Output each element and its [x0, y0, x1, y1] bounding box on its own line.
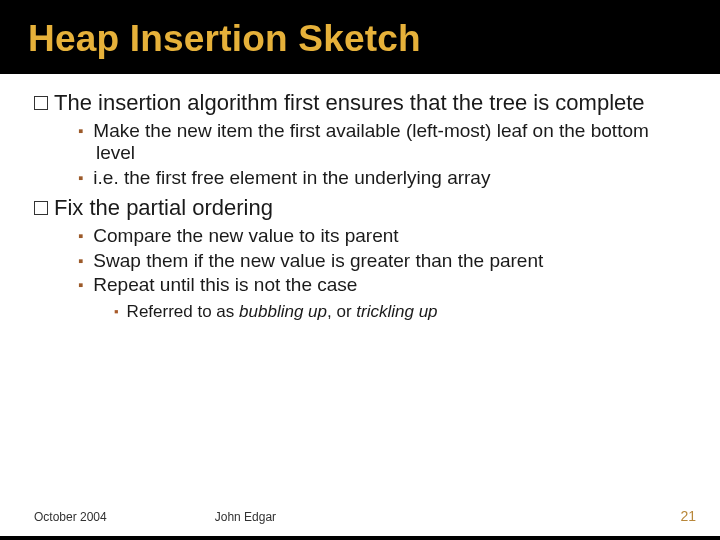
footer-date: October 2004 — [34, 510, 107, 524]
bullet-level1: Fix the partial ordering — [34, 195, 690, 221]
bullet-text: Swap them if the new value is greater th… — [93, 250, 543, 271]
square-bullet-icon — [34, 96, 48, 110]
bullet-level2: ▪Make the new item the first available (… — [34, 120, 690, 165]
content-area: The insertion algorithm first ensures th… — [0, 74, 720, 536]
subsublist: ▪Referred to as bubbling up, or tricklin… — [34, 302, 690, 322]
bullet-text: i.e. the first free element in the under… — [93, 167, 490, 188]
sublist: ▪Compare the new value to its parent ▪Sw… — [34, 225, 690, 323]
bullet-text: Repeat until this is not the case — [93, 274, 357, 295]
slide-title: Heap Insertion Sketch — [28, 18, 720, 60]
slide-number: 21 — [680, 508, 696, 524]
bullet-level2: ▪i.e. the first free element in the unde… — [34, 167, 690, 189]
footer: October 2004 John Edgar 21 — [0, 508, 720, 524]
bullet-text: Compare the new value to its parent — [93, 225, 398, 246]
footer-author: John Edgar — [215, 510, 276, 524]
square-bullet-icon: ▪ — [78, 276, 83, 293]
bullet-text-part: , or — [327, 302, 356, 321]
bullet-level2: ▪Repeat until this is not the case — [34, 274, 690, 296]
bullet-level2: ▪Swap them if the new value is greater t… — [34, 250, 690, 272]
square-bullet-icon: ▪ — [78, 122, 83, 139]
sublist: ▪Make the new item the first available (… — [34, 120, 690, 189]
square-bullet-icon — [34, 201, 48, 215]
bullet-text: The insertion algorithm first ensures th… — [54, 90, 645, 115]
square-bullet-icon: ▪ — [114, 304, 119, 319]
square-bullet-icon: ▪ — [78, 252, 83, 269]
square-bullet-icon: ▪ — [78, 227, 83, 244]
emphasis: bubbling up — [239, 302, 327, 321]
bullet-level3: ▪Referred to as bubbling up, or tricklin… — [34, 302, 690, 322]
bullet-level1: The insertion algorithm first ensures th… — [34, 90, 690, 116]
square-bullet-icon: ▪ — [78, 169, 83, 186]
bullet-text: Fix the partial ordering — [54, 195, 273, 220]
bullet-text: Make the new item the first available (l… — [93, 120, 648, 163]
title-band: Heap Insertion Sketch — [0, 0, 720, 74]
bullet-level2: ▪Compare the new value to its parent — [34, 225, 690, 247]
bullet-text-part: Referred to as — [127, 302, 239, 321]
emphasis: trickling up — [356, 302, 437, 321]
